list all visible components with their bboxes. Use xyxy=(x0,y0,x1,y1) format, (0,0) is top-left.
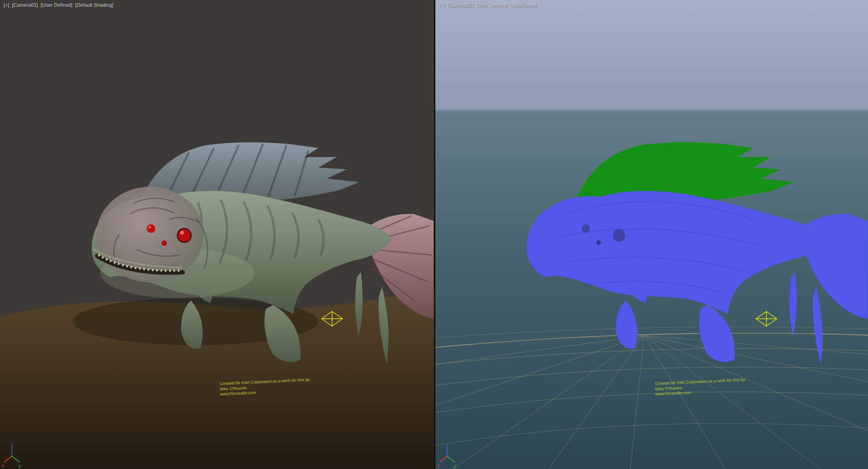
axis-y-label: y xyxy=(454,464,456,469)
axis-x-label: x xyxy=(2,463,4,468)
axis-y-label: y xyxy=(19,464,21,469)
viewport-label-right: [+] [Camera01] [User Defined] [Wireframe… xyxy=(439,2,536,8)
viewport-wireframe[interactable]: x y [+] [Camera01] [User Defined] [Wiref… xyxy=(435,0,868,469)
viewport-plus-menu[interactable]: [+] xyxy=(439,2,445,8)
viewport-shading-menu[interactable]: [Default Shading] xyxy=(75,2,113,8)
viewport-userdefined-menu[interactable]: [User Defined] xyxy=(40,2,72,8)
viewport-shaded[interactable]: x y [+] [Camera01] [User Defined] [Defau… xyxy=(0,0,434,469)
viewport-plus-menu[interactable]: [+] xyxy=(4,2,10,8)
viewport-label-left: [+] [Camera01] [User Defined] [Default S… xyxy=(4,2,113,8)
axis-x-label: x xyxy=(437,463,439,468)
viewport-userdefined-menu[interactable]: [User Defined] xyxy=(476,2,508,8)
viewport-camera-menu[interactable]: [Camera01] xyxy=(448,2,474,8)
viewport-shading-menu[interactable]: [Wireframe] xyxy=(510,2,536,8)
viewport-camera-menu[interactable]: [Camera01] xyxy=(12,2,38,8)
